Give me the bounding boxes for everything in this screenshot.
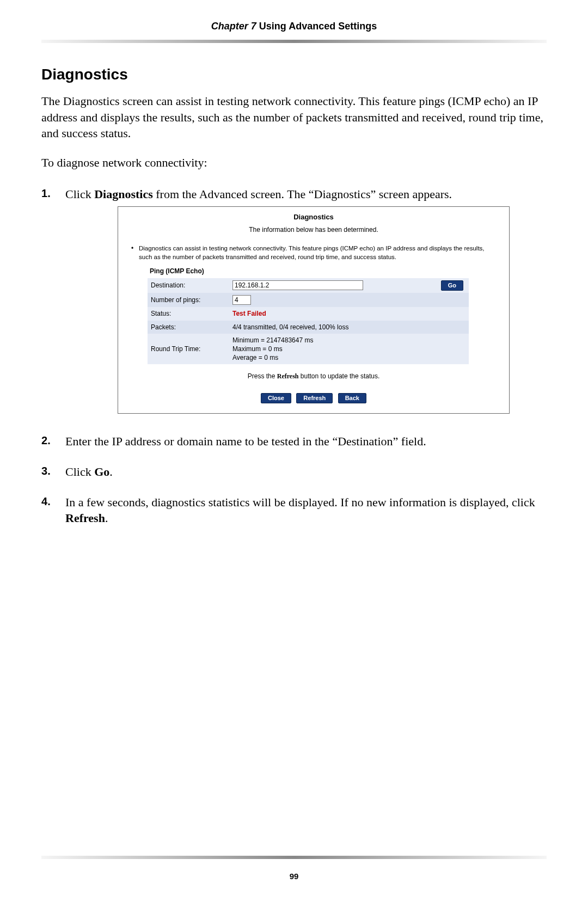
- row-rtt: Round Trip Time: Minimum = 2147483647 ms…: [148, 334, 469, 365]
- chapter-header: Chapter 7 Using Advanced Settings: [41, 21, 547, 32]
- panel-note: Diagnostics can assist in testing networ…: [131, 244, 496, 261]
- row-pings: Number of pings:: [148, 293, 469, 307]
- section-title: Diagnostics: [41, 66, 547, 83]
- status-value: Test Failed: [232, 310, 266, 317]
- row-destination: Destination: Go: [148, 278, 469, 293]
- step-4: In a few seconds, diagnostics statistics…: [41, 494, 547, 526]
- panel-title: Diagnostics: [124, 212, 504, 222]
- destination-input[interactable]: [232, 280, 363, 290]
- page-number: 99: [0, 872, 588, 881]
- panel-button-row: Close Refresh Back: [124, 393, 504, 404]
- back-button[interactable]: Back: [338, 393, 366, 404]
- diagnostics-table: Destination: Go Number of pings:: [148, 278, 469, 365]
- status-label: Status:: [148, 307, 229, 320]
- ping-heading: Ping (ICMP Echo): [150, 267, 504, 275]
- intro-paragraph: The Diagnostics screen can assist in tes…: [41, 93, 547, 142]
- diagnostics-screenshot: Diagnostics The information below has be…: [118, 206, 510, 414]
- rtt-value: Minimum = 2147483647 ms Maximum = 0 ms A…: [229, 334, 469, 365]
- packets-value: 4/4 transmitted, 0/4 received, 100% loss: [229, 321, 469, 334]
- pings-input[interactable]: [232, 295, 251, 305]
- panel-subtitle: The information below has been determine…: [124, 225, 504, 234]
- step-1: Click Diagnostics from the Advanced scre…: [41, 186, 547, 414]
- packets-label: Packets:: [148, 321, 229, 334]
- step-3: Click Go.: [41, 464, 547, 480]
- go-button[interactable]: Go: [441, 280, 463, 291]
- instruction-line: To diagnose network connectivity:: [41, 155, 547, 171]
- footer-rule: [41, 856, 547, 859]
- refresh-button[interactable]: Refresh: [296, 393, 333, 404]
- rtt-label: Round Trip Time:: [148, 334, 229, 365]
- pings-label: Number of pings:: [148, 293, 229, 307]
- chapter-title: Using Advanced Settings: [259, 21, 377, 32]
- step-2: Enter the IP address or domain name to b…: [41, 433, 547, 450]
- close-button[interactable]: Close: [261, 393, 291, 404]
- header-rule: [41, 40, 547, 43]
- row-status: Status: Test Failed: [148, 307, 469, 320]
- chapter-label: Chapter 7: [211, 21, 256, 32]
- row-packets: Packets: 4/4 transmitted, 0/4 received, …: [148, 321, 469, 334]
- destination-label: Destination:: [148, 278, 229, 293]
- refresh-note: Press the Refresh button to update the s…: [124, 372, 504, 381]
